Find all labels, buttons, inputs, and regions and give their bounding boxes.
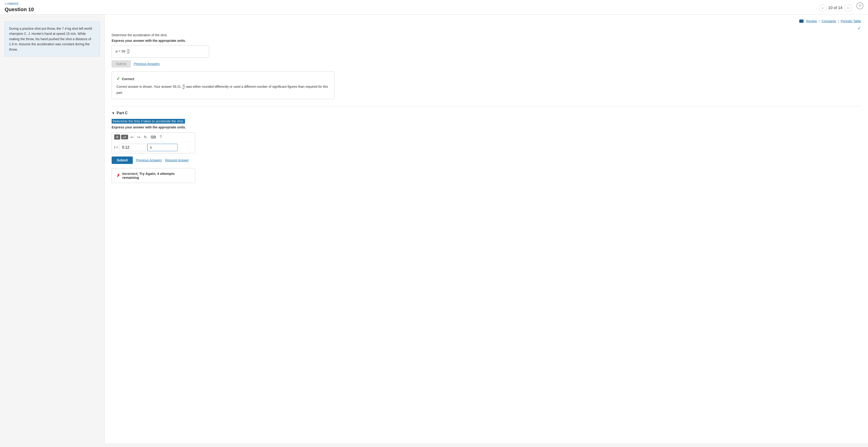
nav-count: 10 of 14 <box>828 6 842 10</box>
review-icon <box>799 20 804 23</box>
correct-body-text: Correct answer is shown. Your answer 59.… <box>117 85 328 94</box>
part-c-submit-button[interactable]: Submit <box>112 156 133 164</box>
main-layout: During a practice shot put throw, the 7.… <box>0 14 868 443</box>
math-unit-input[interactable] <box>147 144 178 151</box>
part-b-prev-answers-link[interactable]: Previous Answers <box>134 62 160 66</box>
math-input-wrapper: ⊞ μÅ ↩ ↪ ↻ ⌨ ? t = <box>112 132 195 153</box>
part-c-arrow-icon: ▼ <box>112 111 115 115</box>
fraction-icon: ⊞ <box>116 136 118 139</box>
correct-check-icon: ✓ <box>117 76 120 82</box>
correct-header: ✓ Correct <box>117 76 330 82</box>
nav-controls: ‹ 10 of 14 › <box>819 4 852 11</box>
review-link[interactable]: Review <box>806 19 817 23</box>
math-toolbar: ⊞ μÅ ↩ ↪ ↻ ⌨ ? <box>112 132 195 142</box>
request-answer-link[interactable]: Request Answer <box>165 158 189 162</box>
back-link[interactable]: < HW#03 <box>5 2 34 6</box>
question-title: Question 10 <box>5 6 34 12</box>
left-panel: During a practice shot put throw, the 7.… <box>0 14 104 443</box>
part-c-highlighted-instruction: Determine the time it takes to accelerat… <box>112 119 185 123</box>
checkmark-icon: ✓ <box>112 26 861 31</box>
help-button[interactable]: ? <box>857 2 863 9</box>
math-variable: t = <box>114 145 118 149</box>
header: < HW#03 Question 10 ‹ 10 of 14 › ? <box>0 0 868 14</box>
next-question-button[interactable]: › <box>844 4 852 11</box>
sep1: | <box>819 19 820 23</box>
correct-box: ✓ Correct Correct answer is shown. Your … <box>112 71 335 99</box>
incorrect-label: Incorrect; Try Again; 4 attempts remaini… <box>122 172 190 179</box>
problem-box: During a practice shot put throw, the 7.… <box>5 22 100 56</box>
part-c-section: ▼ Part C Determine the time it takes to … <box>112 111 861 183</box>
part-c-instruction: Determine the time it takes to accelerat… <box>112 119 861 123</box>
math-value-input[interactable] <box>120 144 147 151</box>
incorrect-x-icon: ✗ <box>117 173 120 178</box>
reset-button[interactable]: ↻ <box>143 135 148 140</box>
part-c-sub-instruction: Express your answer with the appropriate… <box>112 125 861 129</box>
incorrect-box: ✗ Incorrect; Try Again; 4 attempts remai… <box>112 168 195 183</box>
mu-tool-button[interactable]: μÅ <box>121 135 128 139</box>
part-c-prev-answers-link[interactable]: Previous Answers <box>136 158 162 162</box>
part-c-label: Part C <box>117 111 128 115</box>
part-b-answer-value: a = 59 ms² <box>116 49 130 53</box>
undo-button[interactable]: ↩ <box>129 135 135 140</box>
prev-question-button[interactable]: ‹ <box>819 4 827 11</box>
math-input-row: t = <box>112 142 195 153</box>
problem-text: During a practice shot put throw, the 7.… <box>9 27 92 51</box>
mu-icon: μÅ <box>123 136 126 139</box>
periodic-table-link[interactable]: Periodic Table <box>841 19 861 23</box>
math-help-button[interactable]: ? <box>158 135 163 140</box>
correct-label: Correct <box>122 76 134 82</box>
part-b-section: Determine the acceleration of the shot. … <box>112 33 861 99</box>
part-c-header: ▼ Part C <box>112 111 861 115</box>
right-panel: Review | Constants | Periodic Table ✓ De… <box>104 14 868 443</box>
fraction-tool-button[interactable]: ⊞ <box>114 135 120 140</box>
keyboard-button[interactable]: ⌨ <box>149 135 157 140</box>
part-c-submit-row: Submit Previous Answers Request Answer <box>112 156 861 164</box>
part-b-answer-box: a = 59 ms² <box>112 45 209 58</box>
part-b-submit-row: Submit Previous Answers <box>112 60 861 67</box>
constants-link[interactable]: Constants <box>822 19 836 23</box>
part-b-sub-instruction: Express your answer with the appropriate… <box>112 39 861 42</box>
header-left: < HW#03 Question 10 <box>5 2 34 12</box>
part-b-instruction: Determine the acceleration of the shot. <box>112 33 861 37</box>
part-b-submit-button[interactable]: Submit <box>112 60 131 67</box>
sep2: | <box>838 19 839 23</box>
toolbar-row: Review | Constants | Periodic Table <box>112 19 861 23</box>
redo-button[interactable]: ↪ <box>136 135 142 140</box>
